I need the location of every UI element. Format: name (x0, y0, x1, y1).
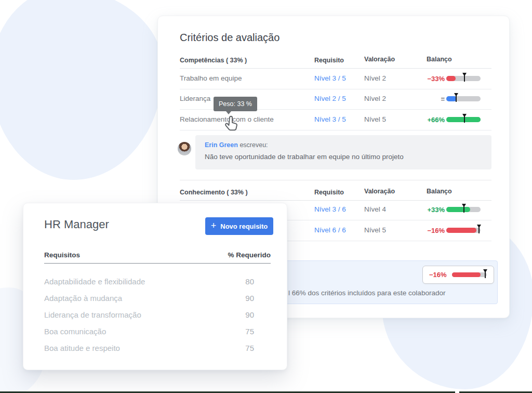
criterion-label: Trabalho em equipe (180, 74, 242, 82)
requisito-link[interactable]: Nível 3 / 5 (314, 74, 346, 82)
requisito-percent: 90 (44, 310, 254, 319)
comment-box: Erin Green escreveu: Não teve oportunida… (195, 135, 491, 169)
comment-text: Não teve oportunidade de trabalhar em eq… (205, 153, 404, 161)
balance-bar-fill (446, 207, 470, 212)
requisito-link[interactable]: Nível 6 / 6 (314, 226, 346, 234)
requisito-percent: 90 (44, 294, 254, 303)
hr-card-title: HR Manager (44, 218, 109, 231)
requisito-percent: 75 (44, 344, 254, 352)
requisito-link[interactable]: Nível 2 / 5 (314, 95, 346, 102)
valoracao-value: Nível 5 (364, 115, 386, 123)
plus-icon: + (211, 221, 217, 230)
column-header-requisito: Requisito (314, 57, 344, 64)
weight-tooltip-arrow (226, 111, 231, 114)
balance-value: +33% (407, 206, 445, 214)
balance-bar (446, 207, 481, 212)
valoracao-value: Nível 4 (364, 205, 386, 213)
page-background: Critérios de avaliação Competências ( 33… (0, 0, 532, 393)
summary-balance-badge: −16% (422, 266, 494, 284)
evaluation-card-title: Critérios de avaliação (180, 32, 280, 44)
summary-balance-bar (452, 272, 487, 277)
new-requisito-button-label: Novo requisito (220, 222, 268, 230)
divider (180, 200, 491, 201)
balance-bar (446, 76, 481, 81)
avatar (178, 142, 191, 155)
valoracao-value: Nível 5 (364, 226, 386, 234)
balance-bar-fill (446, 228, 476, 233)
balance-bar (446, 117, 481, 122)
cursor-hand-icon (222, 115, 241, 138)
balance-bar (446, 96, 481, 101)
balance-marker-pin (456, 94, 457, 102)
comment-byline-suffix: escreveu: (238, 141, 268, 149)
summary-text: l 66% dos critérios incluídos para este … (288, 289, 445, 297)
valoracao-value: Nível 2 (364, 95, 386, 102)
hr-manager-card: HR Manager + Novo requisito Requisitos %… (23, 203, 287, 370)
balance-marker-pin (464, 73, 465, 82)
balance-marker-pin (464, 114, 465, 123)
requisito-percent: 80 (44, 277, 254, 286)
column-header-valoracao: Valoração (364, 56, 395, 63)
summary-balance-value: −16% (429, 271, 447, 279)
balance-value: −33% (407, 75, 445, 83)
criterion-label: Liderança (180, 95, 210, 102)
column-header-requisito: Requisito (314, 189, 344, 196)
balance-bar-fill (446, 76, 456, 81)
valoracao-value: Nível 2 (364, 74, 386, 82)
column-header-balanco: Balanço (427, 56, 452, 63)
balance-marker-pin (485, 270, 486, 278)
requisito-percent: 75 (44, 327, 254, 336)
divider (180, 89, 491, 89)
balance-value: +66% (407, 116, 445, 124)
comment-author-link[interactable]: Erin Green (205, 141, 238, 149)
balance-bar (446, 228, 481, 233)
balance-marker-pin (463, 204, 464, 213)
section-divider (180, 180, 491, 180)
requisito-link[interactable]: Nível 3 / 6 (314, 205, 346, 213)
balance-value: = (407, 95, 445, 103)
balance-value: −16% (407, 227, 445, 234)
divider (180, 68, 491, 69)
hr-column-header-requerido: % Requerido (44, 251, 271, 259)
new-requisito-button[interactable]: + Novo requisito (205, 217, 273, 235)
weight-tooltip: Peso: 33 % (214, 97, 257, 111)
conhecimento-section-header: Conhecimento ( 33% ) (180, 189, 248, 196)
column-header-valoracao: Valoração (364, 188, 395, 195)
comment-byline: Erin Green escreveu: (205, 141, 268, 149)
hr-header-divider (44, 263, 271, 264)
summary-balance-bar-fill (452, 272, 481, 277)
column-header-balanco: Balanço (427, 188, 452, 195)
balance-bar-fill (446, 96, 457, 101)
competencias-section-header: Competências ( 33% ) (180, 57, 247, 64)
requisito-link[interactable]: Nível 3 / 5 (314, 115, 346, 123)
decor-blob-top-left (0, 0, 163, 180)
balance-marker-pin (478, 225, 480, 233)
